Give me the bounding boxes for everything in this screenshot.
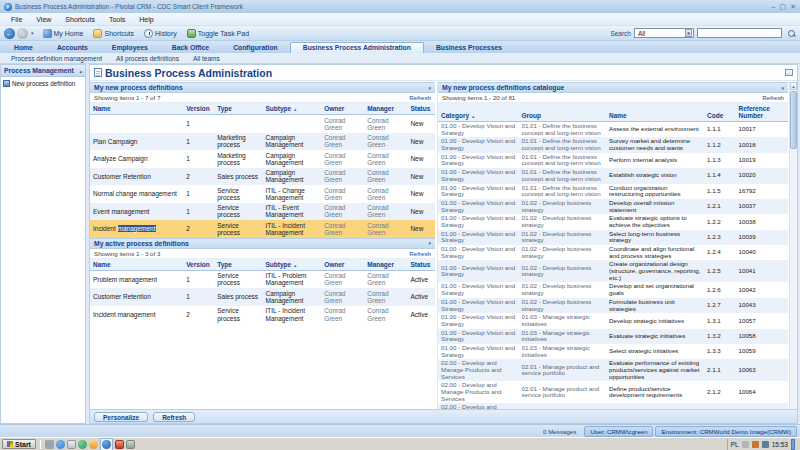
column-header[interactable]: Version xyxy=(183,103,214,115)
vertical-scrollbar[interactable]: ▲ xyxy=(789,82,797,409)
table-row[interactable]: 01.00 - Develop Vision and Strategy01.02… xyxy=(438,282,788,297)
column-header[interactable]: Subtype▲ xyxy=(262,259,321,271)
column-header[interactable]: Version xyxy=(183,259,214,271)
column-header[interactable]: Name xyxy=(606,103,704,122)
column-header[interactable]: Category▲ xyxy=(438,103,519,122)
table-row[interactable]: 01.00 - Develop Vision and Strategy01.01… xyxy=(438,153,788,168)
column-header[interactable]: Manager xyxy=(364,103,407,115)
search-icon[interactable] xyxy=(787,29,796,38)
menu-item[interactable]: Tools xyxy=(102,16,132,23)
tray-icon[interactable] xyxy=(742,441,749,448)
main-tab[interactable]: Business Process Administration xyxy=(290,42,424,53)
table-row[interactable]: 01.00 - Develop Vision and Strategy01.02… xyxy=(438,230,788,245)
table-row[interactable]: Plan Campaign1Marketing processCampaign … xyxy=(90,133,435,151)
column-header[interactable]: Type xyxy=(214,259,262,271)
restore-icon[interactable] xyxy=(785,69,793,76)
column-header[interactable]: Reference Number xyxy=(736,103,789,122)
scrollbar-thumb[interactable] xyxy=(790,91,797,149)
table-row[interactable]: 01.00 - Develop Vision and Strategy01.03… xyxy=(438,313,788,328)
table-row[interactable]: 02.00 - Develop and Manage Products and … xyxy=(438,359,788,381)
table-row[interactable]: Analyze Campaign1Marketing processCampai… xyxy=(90,150,435,168)
table-row[interactable]: 01.00 - Develop Vision and Strategy01.02… xyxy=(438,199,788,214)
my-home-button[interactable]: My Home xyxy=(38,27,89,40)
collapse-icon[interactable]: ▴ xyxy=(79,68,82,74)
back-button[interactable]: ← xyxy=(4,28,15,39)
toggle-task-pad-button[interactable]: Toggle Task Pad xyxy=(182,27,254,40)
section-header-new-definitions[interactable]: My new process definitions ▾ xyxy=(90,82,435,93)
tray-icon[interactable] xyxy=(752,441,759,448)
column-header[interactable]: Name xyxy=(90,103,183,115)
table-row[interactable]: 01.00 - Develop Vision and Strategy01.01… xyxy=(438,137,788,152)
table-row[interactable]: Incident management2Service processITIL … xyxy=(90,220,435,238)
menu-item[interactable]: View xyxy=(29,16,58,23)
sub-tab[interactable]: Process definition management xyxy=(4,55,109,62)
table-row[interactable]: 1Conrad GreenConrad GreenNew xyxy=(90,115,435,133)
table-row[interactable]: Normal change management1Service process… xyxy=(90,185,435,203)
column-header[interactable]: Code xyxy=(704,103,736,122)
table-row[interactable]: Problem management1Service processITIL -… xyxy=(90,270,435,288)
clock[interactable]: 15:53 xyxy=(772,441,788,448)
environment-segment[interactable]: Environment: CRMWorld Demo Image(CRMW) xyxy=(655,426,797,437)
refresh-button[interactable]: Refresh xyxy=(153,412,195,422)
active-taskbar-button[interactable] xyxy=(100,438,113,450)
table-row[interactable]: 01.00 - Develop Vision and Strategy01.02… xyxy=(438,260,788,282)
table-row[interactable]: Customer Retention2Sales processCampaign… xyxy=(90,168,435,186)
refresh-link[interactable]: Refresh xyxy=(409,94,431,101)
main-tab[interactable]: Home xyxy=(2,43,45,53)
collapse-icon[interactable]: ▾ xyxy=(428,240,431,246)
column-header[interactable]: Type xyxy=(214,103,262,115)
column-header[interactable]: Name xyxy=(90,259,183,271)
table-row[interactable]: Event management1Service processITIL - E… xyxy=(90,203,435,221)
search-input[interactable] xyxy=(697,28,782,38)
taskbar-app-icon[interactable] xyxy=(56,440,65,449)
table-row[interactable]: 02.00 - Develop and Manage Products and … xyxy=(438,381,788,403)
column-header[interactable]: Subtype▲ xyxy=(262,103,321,115)
table-row[interactable]: 01.00 - Develop Vision and Strategy01.02… xyxy=(438,245,788,260)
main-tab[interactable]: Configuration xyxy=(221,43,290,53)
tray-icon[interactable] xyxy=(762,441,769,448)
column-header[interactable]: Status xyxy=(407,259,435,271)
collapse-icon[interactable]: ▾ xyxy=(781,85,784,91)
user-segment[interactable]: User: CRMW\cgreen xyxy=(584,426,653,437)
sub-tab[interactable]: All teams xyxy=(186,55,227,62)
table-row[interactable]: Customer Retention1Sales processCampaign… xyxy=(90,288,435,306)
menu-item[interactable]: File xyxy=(4,16,29,23)
sub-tab[interactable]: All process definitions xyxy=(109,55,186,62)
taskbar-app-icon[interactable] xyxy=(115,440,124,449)
table-row[interactable]: Incident management2Service processITIL … xyxy=(90,306,435,324)
close-button[interactable]: ✕ xyxy=(790,3,796,11)
main-tab[interactable]: Accounts xyxy=(45,43,100,53)
search-filter-select[interactable]: All ▼ xyxy=(634,28,694,38)
scroll-up-icon[interactable]: ▲ xyxy=(790,82,797,90)
taskbar-app-icon[interactable] xyxy=(78,440,87,449)
task-pane-item-new-process-definition[interactable]: New process definition xyxy=(1,77,85,90)
start-button[interactable]: Start xyxy=(2,439,36,449)
shortcuts-button[interactable]: Shortcuts xyxy=(88,27,139,40)
minimize-button[interactable]: – xyxy=(772,3,776,11)
taskbar-app-icon[interactable] xyxy=(67,440,76,449)
table-row[interactable]: 01.00 - Develop Vision and Strategy01.01… xyxy=(438,168,788,183)
table-row[interactable]: 01.00 - Develop Vision and Strategy01.03… xyxy=(438,344,788,359)
language-indicator[interactable]: PL xyxy=(731,441,739,448)
main-tab[interactable]: Back Office xyxy=(160,43,221,53)
column-header[interactable]: Group xyxy=(519,103,607,122)
table-row[interactable]: 01.00 - Develop Vision and Strategy01.03… xyxy=(438,329,788,344)
collapse-icon[interactable]: ▾ xyxy=(428,85,431,91)
forward-button[interactable]: → xyxy=(17,28,28,39)
column-header[interactable]: Manager xyxy=(364,259,407,271)
table-row[interactable]: 01.00 - Develop Vision and Strategy01.01… xyxy=(438,122,788,138)
show-desktop-button[interactable] xyxy=(791,439,795,450)
column-header[interactable]: Owner xyxy=(321,259,364,271)
table-row[interactable]: 01.00 - Develop Vision and Strategy01.02… xyxy=(438,298,788,313)
section-header-active-definitions[interactable]: My active process definitions ▾ xyxy=(90,238,435,249)
messages-count[interactable]: 0 Messages xyxy=(543,428,576,435)
taskbar-app-icon[interactable] xyxy=(45,440,54,449)
personalize-button[interactable]: Personalize xyxy=(94,412,148,422)
main-tab[interactable]: Business Processes xyxy=(424,43,514,53)
main-tab[interactable]: Employees xyxy=(100,43,160,53)
maximize-button[interactable]: ▢ xyxy=(780,3,787,11)
history-button[interactable]: History xyxy=(139,27,182,40)
menu-item[interactable]: Help xyxy=(132,16,160,23)
nav-dropdown-icon[interactable]: ▾ xyxy=(31,30,34,36)
column-header[interactable]: Owner xyxy=(321,103,364,115)
